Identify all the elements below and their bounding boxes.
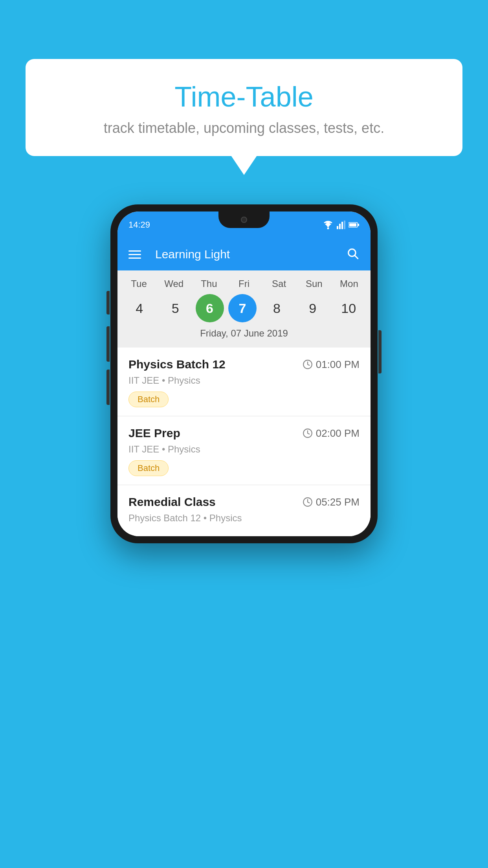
svg-marker-0	[326, 224, 330, 228]
svg-rect-7	[358, 224, 360, 226]
schedule-title-3: Remedial Class	[128, 495, 216, 509]
schedule-time-2: 02:00 PM	[303, 427, 360, 440]
schedule-subtitle-3: Physics Batch 12 • Physics	[128, 513, 360, 524]
notch	[218, 211, 270, 228]
search-icon	[346, 247, 360, 260]
day-header-wed: Wed	[158, 278, 190, 289]
day-9[interactable]: 9	[297, 294, 328, 322]
schedule-time-1: 01:00 PM	[303, 359, 360, 371]
signal-icon	[337, 221, 345, 229]
side-button-volume-down2	[106, 370, 110, 405]
clock-icon-1	[303, 359, 313, 370]
schedule-title-2: JEE Prep	[128, 427, 180, 440]
phone-outer-frame: 14:29	[110, 204, 378, 543]
wifi-icon	[323, 221, 334, 229]
schedule-title-1: Physics Batch 12	[128, 358, 226, 371]
side-button-volume-up	[106, 291, 110, 314]
svg-rect-8	[349, 223, 356, 226]
hamburger-line-1	[128, 250, 141, 252]
day-10[interactable]: 10	[333, 294, 364, 322]
calendar-strip: Tue Wed Thu Fri Sat Sun Mon 4 5 6 7 8 9 …	[117, 270, 371, 348]
bubble-title: Time-Table	[49, 81, 439, 113]
phone-screen: 14:29	[117, 211, 371, 536]
status-time: 14:29	[128, 220, 150, 230]
schedule-item-physics-batch[interactable]: Physics Batch 12 01:00 PM IIT JEE • Phys…	[117, 348, 371, 416]
schedule-item-jee-prep[interactable]: JEE Prep 02:00 PM IIT JEE • Physics Batc…	[117, 416, 371, 485]
day-numbers-row: 4 5 6 7 8 9 10	[117, 294, 371, 322]
clock-icon-3	[303, 497, 313, 507]
schedule-list: Physics Batch 12 01:00 PM IIT JEE • Phys…	[117, 348, 371, 536]
schedule-item-header-2: JEE Prep 02:00 PM	[128, 427, 360, 440]
batch-badge-2: Batch	[128, 460, 169, 476]
day-header-sat: Sat	[263, 278, 295, 289]
day-header-fri: Fri	[228, 278, 260, 289]
day-header-mon: Mon	[333, 278, 365, 289]
schedule-time-text-3: 05:25 PM	[316, 496, 360, 508]
schedule-time-3: 05:25 PM	[303, 496, 360, 508]
speech-bubble: Time-Table track timetable, upcoming cla…	[26, 59, 462, 156]
day-5[interactable]: 5	[160, 294, 191, 322]
svg-rect-3	[339, 224, 341, 229]
side-button-volume-down	[106, 326, 110, 362]
day-4[interactable]: 4	[124, 294, 155, 322]
search-button[interactable]	[346, 247, 360, 262]
app-bar: Learning Light	[117, 238, 371, 270]
day-8[interactable]: 8	[261, 294, 292, 322]
schedule-subtitle-1: IIT JEE • Physics	[128, 375, 360, 386]
schedule-time-text-2: 02:00 PM	[316, 427, 360, 440]
side-button-power	[378, 330, 382, 373]
battery-icon	[349, 222, 360, 228]
schedule-item-remedial[interactable]: Remedial Class 05:25 PM Physics Batch 12…	[117, 485, 371, 536]
svg-rect-5	[344, 221, 345, 229]
clock-icon-2	[303, 428, 313, 438]
schedule-time-text-1: 01:00 PM	[316, 359, 360, 371]
speech-bubble-section: Time-Table track timetable, upcoming cla…	[26, 59, 462, 156]
bubble-subtitle: track timetable, upcoming classes, tests…	[49, 120, 439, 136]
phone-mockup: 14:29	[110, 204, 378, 543]
schedule-item-header-1: Physics Batch 12 01:00 PM	[128, 358, 360, 371]
day-6-today[interactable]: 6	[196, 294, 224, 322]
status-icons	[323, 221, 360, 229]
day-header-tue: Tue	[123, 278, 155, 289]
selected-date-label: Friday, 07 June 2019	[117, 328, 371, 344]
day-header-sun: Sun	[298, 278, 330, 289]
svg-rect-2	[337, 226, 338, 229]
svg-point-1	[327, 228, 329, 230]
schedule-subtitle-2: IIT JEE • Physics	[128, 444, 360, 455]
day-7-selected[interactable]: 7	[228, 294, 257, 322]
camera	[241, 217, 247, 223]
app-title: Learning Light	[155, 248, 335, 261]
batch-badge-1: Batch	[128, 392, 169, 407]
svg-line-10	[355, 256, 358, 259]
day-headers-row: Tue Wed Thu Fri Sat Sun Mon	[117, 278, 371, 289]
hamburger-line-2	[128, 254, 141, 255]
svg-rect-4	[341, 222, 343, 229]
status-bar: 14:29	[117, 211, 371, 238]
hamburger-line-3	[128, 257, 141, 259]
menu-button[interactable]	[128, 250, 141, 259]
schedule-item-header-3: Remedial Class 05:25 PM	[128, 495, 360, 509]
day-header-thu: Thu	[193, 278, 225, 289]
